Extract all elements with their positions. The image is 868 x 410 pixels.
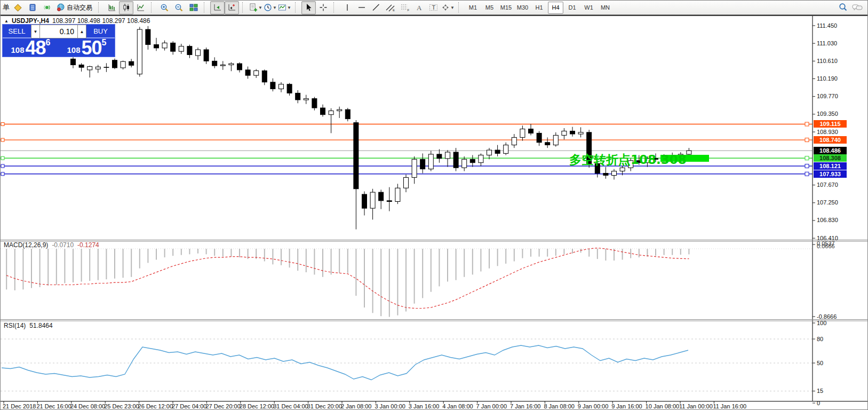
price-tick-label: 109.350 <box>817 111 838 117</box>
equidistant-channel-icon[interactable]: E <box>383 1 397 14</box>
macd-name: MACD(12,26,9) <box>4 241 48 249</box>
chart-symbol-label: USDJPY-,H4 <box>12 17 49 25</box>
cursor-icon[interactable] <box>301 1 316 14</box>
price-badge-108.121: 108.121 <box>814 162 847 170</box>
zoom-out-icon[interactable] <box>172 1 186 14</box>
svg-text:T: T <box>432 4 436 11</box>
price-badge-108.740: 108.740 <box>814 136 847 144</box>
macd-value-signal: -0.1274 <box>77 241 99 249</box>
zoom-in-icon[interactable] <box>157 1 172 14</box>
sell-price[interactable]: 108 48 6 <box>3 38 59 57</box>
price-tick-label: 111.450 <box>817 22 837 29</box>
price-tick-label: 110.610 <box>817 58 838 64</box>
timeframe-m15-button[interactable]: M15 <box>498 2 514 14</box>
toolbar-separator <box>204 2 209 13</box>
toolbar-separator <box>333 2 339 13</box>
time-label: 27 Dec 20:00 <box>205 403 240 409</box>
trendline-icon[interactable] <box>369 1 383 14</box>
rsi-scale-0: 0 <box>817 400 820 406</box>
timeframe-mn-button[interactable]: MN <box>598 2 613 14</box>
rsi-scale-100: 100 <box>817 320 826 326</box>
one-click-trade-panel: SELL ▼ 0.10 ▲ BUY 108 48 6 108 50 5 <box>2 24 115 57</box>
crosshair-icon[interactable] <box>316 1 330 14</box>
macd-scale-bottom: -0.8666 <box>817 313 837 320</box>
timeframe-h1-button[interactable]: H1 <box>531 2 547 14</box>
time-label: 25 Dec 23:00 <box>104 403 139 409</box>
price-tick-label: 106.830 <box>817 217 838 223</box>
time-label: 3 Jan 16:00 <box>409 403 440 409</box>
new-order-icon[interactable] <box>11 1 25 14</box>
time-label: 10 Jan 08:00 <box>646 403 680 409</box>
chart-shift-icon[interactable] <box>225 1 239 14</box>
price-badge-108.308: 108.308 <box>814 154 847 162</box>
periods-button[interactable]: ▼ <box>263 1 277 14</box>
collapse-icon[interactable]: ▲ <box>4 19 9 23</box>
mt4-window: 单自动交易▼▼▼EFAT▼ M1M5M15M30H1H4D1W1MN ▲ USD… <box>0 0 868 410</box>
price-tick-label: 107.670 <box>817 182 838 188</box>
time-label: 28 Dec 12:00 <box>240 403 274 409</box>
svg-text:E: E <box>393 9 395 12</box>
buy-price[interactable]: 108 50 5 <box>59 38 115 57</box>
tile-windows-icon[interactable] <box>186 1 201 14</box>
sell-price-sup: 6 <box>46 39 51 46</box>
macd-value-main: -0.0710 <box>52 241 74 249</box>
buy-price-big: 50 <box>82 40 102 56</box>
time-label: 8 Jan 08:00 <box>544 403 575 409</box>
time-label: 9 Jan 16:00 <box>611 403 642 409</box>
order-text[interactable]: 单 <box>2 3 11 12</box>
autotrade-button[interactable]: 自动交易 <box>54 1 95 14</box>
rsi-scale-50: 50 <box>817 360 823 366</box>
time-label: 11 Jan 00:00 <box>679 403 713 409</box>
rsi-value: 51.8464 <box>29 322 52 329</box>
bar-chart-icon[interactable] <box>105 1 119 14</box>
time-label: 7 Jan 16:00 <box>510 403 541 409</box>
text-label-icon[interactable]: T <box>426 1 441 14</box>
chart-canvas[interactable] <box>1 1 868 410</box>
line-chart-icon[interactable] <box>133 1 148 14</box>
sound-alert-icon[interactable] <box>39 1 54 14</box>
timeframe-m30-button[interactable]: M30 <box>515 2 530 14</box>
autoscroll-icon[interactable] <box>210 1 225 14</box>
search-icon[interactable] <box>835 1 850 14</box>
time-label: 4 Jan 08:00 <box>442 403 473 409</box>
time-label: 21 Dec 16:00 <box>36 403 71 409</box>
sell-price-prefix: 108 <box>11 44 25 56</box>
time-label: 31 Dec 04:00 <box>273 403 308 409</box>
time-label: 27 Dec 04:00 <box>172 403 206 409</box>
rsi-scale-15: 15 <box>817 388 823 394</box>
text-tool-icon[interactable]: A <box>412 1 426 14</box>
vertical-line-icon[interactable] <box>340 1 354 14</box>
time-label: 3 Jan 00:00 <box>375 403 405 409</box>
arrows-tool-icon[interactable]: ▼ <box>441 1 455 14</box>
price-tick-label: 110.190 <box>817 75 838 82</box>
price-badge-109.115: 109.115 <box>814 120 847 128</box>
timeframe-d1-button[interactable]: D1 <box>564 2 580 14</box>
toolbar-separator <box>151 2 156 13</box>
toolbar-separator <box>458 2 464 13</box>
time-label: 21 Dec 2018 <box>3 403 36 409</box>
market-watch-icon[interactable] <box>25 1 39 14</box>
time-label: 26 Dec 12:00 <box>138 403 173 409</box>
time-label: 11 Jan 16:00 <box>713 403 746 409</box>
horizontal-line-icon[interactable] <box>354 1 369 14</box>
chart-title-row: ▲ USDJPY-,H4 108.397 108.498 108.297 108… <box>4 17 150 25</box>
timeframe-m1-button[interactable]: M1 <box>465 2 481 14</box>
timeframe-m5-button[interactable]: M5 <box>482 2 497 14</box>
macd-scale-top1: 0.0537 <box>817 240 835 247</box>
rsi-scale-80: 80 <box>817 336 823 342</box>
timeframe-w1-button[interactable]: W1 <box>581 2 596 14</box>
indicators-button[interactable]: ▼ <box>249 1 263 14</box>
price-tick-label: 111.030 <box>817 40 837 46</box>
chat-icon[interactable] <box>850 1 864 14</box>
fibonacci-icon[interactable]: F <box>397 1 412 14</box>
buy-price-prefix: 108 <box>67 44 81 56</box>
templates-button[interactable]: ▼ <box>277 1 292 14</box>
time-label: 24 Dec 08:00 <box>70 403 105 409</box>
pivot-annotation-text[interactable]: 多空转折点108.308 <box>569 152 687 168</box>
svg-text:A: A <box>417 4 422 12</box>
price-tick-label: 107.250 <box>817 199 838 206</box>
timeframe-h4-button[interactable]: H4 <box>548 2 563 14</box>
price-tick-label: 108.930 <box>817 129 838 135</box>
price-tick-label: 109.770 <box>817 93 838 99</box>
candlestick-chart-icon[interactable] <box>119 1 133 14</box>
